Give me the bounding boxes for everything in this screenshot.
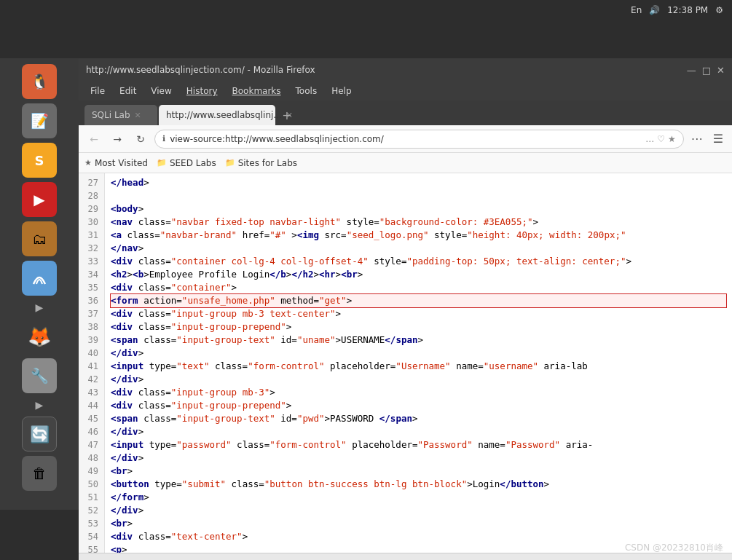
code-line-43: <div class="input-group mb-3"> xyxy=(111,386,726,399)
code-line-52: </div> xyxy=(111,504,726,517)
reload-button[interactable]: ↻ xyxy=(131,130,150,149)
menu-edit[interactable]: Edit xyxy=(114,84,142,98)
code-line-49: <br> xyxy=(111,465,726,478)
tab-close-sqli[interactable]: ✕ xyxy=(135,111,141,120)
code-line-36: <form action="unsafe_home.php" method="g… xyxy=(111,294,726,307)
code-line-53: <br> xyxy=(111,517,726,530)
tab-add-button[interactable]: + xyxy=(277,105,297,125)
bookmark-seed-labs[interactable]: 📁 SEED Labs xyxy=(157,158,216,168)
firefox-icon[interactable]: 🦊 xyxy=(22,319,57,354)
title-bar: http://www.seedlabsqlinjection.com/ - Mo… xyxy=(79,58,732,82)
bookmark-icon[interactable]: ★ xyxy=(668,134,676,144)
minimize-icon[interactable]: — xyxy=(687,65,696,76)
close-icon[interactable]: ✕ xyxy=(717,65,725,76)
most-visited-icon: ★ xyxy=(84,158,92,167)
ellipsis-icon[interactable]: … xyxy=(645,134,654,144)
menu-help[interactable]: Help xyxy=(326,84,357,98)
bookmark-sites-for-labs[interactable]: 📁 Sites for Labs xyxy=(225,158,297,168)
sites-folder-icon: 📁 xyxy=(225,158,235,167)
menu-bookmarks[interactable]: Bookmarks xyxy=(227,84,287,98)
code-line-48: </div> xyxy=(111,451,726,465)
system-tray: En 🔊 12:38 PM ⚙ xyxy=(631,5,723,15)
watermark: CSDN @20232810肖峰 xyxy=(625,542,723,554)
line-numbers: 2728293031323334353637383940414243444546… xyxy=(79,173,105,553)
taskbar: 🐧 📝 S ▶ 🗂 ▶ 🦊 🔧 ▶ 🔄 🗑 xyxy=(0,58,79,510)
taskbar-arrow-1[interactable]: ▶ xyxy=(36,300,44,315)
updater-icon[interactable]: 🔄 xyxy=(22,417,57,451)
source-area: 2728293031323334353637383940414243444546… xyxy=(79,173,732,560)
maximize-icon[interactable]: □ xyxy=(702,65,711,76)
source-content: 2728293031323334353637383940414243444546… xyxy=(79,173,732,553)
code-line-50: <button type="submit" class="button btn-… xyxy=(111,478,726,491)
forward-button[interactable]: → xyxy=(108,130,127,149)
code-line-32: </nav> xyxy=(111,242,726,255)
browser-window: http://www.seedlabsqlinjection.com/ - Mo… xyxy=(79,58,732,560)
url-text: view-source:http://www.seedlabsqlinjecti… xyxy=(170,134,641,144)
wireshark-icon[interactable] xyxy=(22,261,57,296)
clock: 12:38 PM xyxy=(667,5,708,15)
code-line-47: <input type="password" class="form-contr… xyxy=(111,438,726,451)
most-visited-label: Most Visited xyxy=(95,158,148,168)
code-line-33: <div class="container col-lg-4 col-lg-of… xyxy=(111,255,726,268)
code-line-42: </div> xyxy=(111,373,726,386)
tab-bar: SQLi Lab ✕ http://www.seedlabsqlinj... ✕… xyxy=(79,100,732,125)
menu-view[interactable]: View xyxy=(145,84,177,98)
menu-tools[interactable]: Tools xyxy=(290,84,323,98)
settings-taskbar-icon[interactable]: 🔧 xyxy=(22,358,57,393)
code-line-35: <div class="container"> xyxy=(111,281,726,294)
code-line-37: <div class="input-group mb-3 text-center… xyxy=(111,307,726,320)
window-controls: — □ ✕ xyxy=(687,65,725,76)
code-line-29: <body> xyxy=(111,202,726,216)
menu-bar: File Edit View History Bookmarks Tools H… xyxy=(79,82,732,100)
seed-labs-folder-icon: 📁 xyxy=(157,158,167,167)
code-line-38: <div class="input-group-prepend"> xyxy=(111,320,726,334)
more-button[interactable]: ⋯ xyxy=(688,132,706,146)
menu-file[interactable]: File xyxy=(84,84,111,98)
menu-history[interactable]: History xyxy=(181,84,224,98)
system-top-bar: En 🔊 12:38 PM ⚙ xyxy=(0,0,732,20)
code-line-31: <a class="navbar-brand" href="#" ><img s… xyxy=(111,229,726,242)
ubuntu-icon[interactable]: 🐧 xyxy=(22,64,57,99)
tab-sqli-label: SQLi Lab xyxy=(92,110,130,120)
code-line-44: <div class="input-group-prepend"> xyxy=(111,399,726,412)
url-actions: … ♡ ★ xyxy=(645,134,676,144)
bookmark-most-visited[interactable]: ★ Most Visited xyxy=(84,158,148,168)
back-button[interactable]: ← xyxy=(84,130,103,149)
tab-source-label: http://www.seedlabsqlinj... xyxy=(166,110,282,120)
code-line-34: <h2><b>Employee Profile Login</b></h2><h… xyxy=(111,268,726,281)
code-line-39: <span class="input-group-text" id="uname… xyxy=(111,334,726,347)
sublime-icon[interactable]: S xyxy=(22,143,57,178)
address-bar: ← → ↻ ℹ view-source:http://www.seedlabsq… xyxy=(79,125,732,153)
taskbar-arrow-2[interactable]: ▶ xyxy=(36,398,44,412)
seed-labs-label: SEED Labs xyxy=(170,158,216,168)
keyboard-layout: En xyxy=(631,5,642,15)
trash-icon[interactable]: 🗑 xyxy=(22,456,57,491)
code-lines: </head> <body> <nav class="navbar fixed-… xyxy=(105,173,732,553)
code-line-40: </div> xyxy=(111,347,726,360)
hamburger-button[interactable]: ☰ xyxy=(710,132,726,146)
code-line-28 xyxy=(111,189,726,202)
bookmarks-bar: ★ Most Visited 📁 SEED Labs 📁 Sites for L… xyxy=(79,153,732,173)
info-icon: ℹ xyxy=(162,134,165,143)
code-line-45: <span class="input-group-text" id="pwd">… xyxy=(111,412,726,425)
terminal-icon[interactable]: ▶ xyxy=(22,182,57,217)
notes-icon[interactable]: 📝 xyxy=(22,103,57,138)
tab-sqli-lab[interactable]: SQLi Lab ✕ xyxy=(84,105,157,125)
settings-icon: ⚙ xyxy=(715,5,723,15)
url-bar[interactable]: ℹ view-source:http://www.seedlabsqlinjec… xyxy=(154,130,684,149)
window-title: http://www.seedlabsqlinjection.com/ - Mo… xyxy=(86,65,681,75)
code-line-41: <input type="text" class="form-control" … xyxy=(111,360,726,373)
tab-source[interactable]: http://www.seedlabsqlinj... ✕ xyxy=(159,105,275,125)
code-line-30: <nav class="navbar fixed-top navbar-ligh… xyxy=(111,216,726,229)
bookmark-star-icon[interactable]: ♡ xyxy=(657,134,665,144)
code-line-46: </div> xyxy=(111,425,726,438)
sites-for-labs-label: Sites for Labs xyxy=(238,158,297,168)
files-icon[interactable]: 🗂 xyxy=(22,221,57,256)
volume-icon: 🔊 xyxy=(649,5,660,15)
code-line-51: </form> xyxy=(111,491,726,504)
code-line-27: </head> xyxy=(111,176,726,189)
